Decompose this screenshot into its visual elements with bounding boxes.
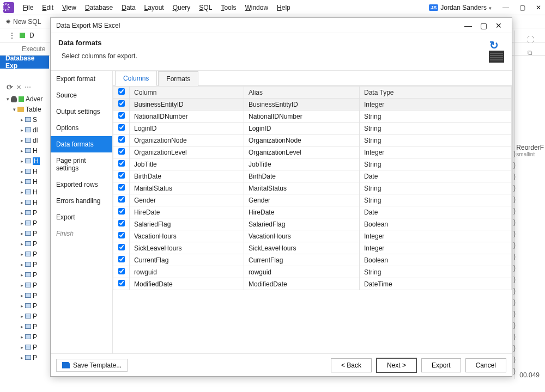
row-type[interactable]: Integer: [360, 146, 512, 158]
subtab-columns[interactable]: Columns: [115, 71, 157, 86]
more-icon[interactable]: ⋯: [25, 83, 31, 91]
row-checkbox[interactable]: [113, 134, 130, 146]
row-checkbox[interactable]: [113, 122, 130, 134]
table-row[interactable]: VacationHoursVacationHoursInteger: [113, 230, 512, 242]
row-alias[interactable]: VacationHours: [244, 230, 360, 242]
expand-icon[interactable]: ⛶: [527, 36, 534, 44]
menu-database[interactable]: Database: [81, 4, 117, 11]
row-alias[interactable]: BusinessEntityID: [244, 99, 360, 111]
wizard-step-output-settings[interactable]: Output settings: [51, 103, 112, 120]
row-checkbox[interactable]: [113, 99, 130, 111]
table-row[interactable]: OrganizationLevelOrganizationLevelIntege…: [113, 146, 512, 158]
row-checkbox[interactable]: [113, 146, 130, 158]
dialog-minimize-button[interactable]: —: [461, 21, 476, 30]
toolbar-icon[interactable]: ⋮: [9, 32, 15, 39]
close-button[interactable]: ✕: [535, 4, 542, 11]
dialog-maximize-button[interactable]: ▢: [476, 21, 491, 30]
menu-tools[interactable]: Tools: [216, 4, 240, 11]
row-column[interactable]: SalariedFlag: [130, 218, 244, 230]
wizard-step-data-formats[interactable]: Data formats: [51, 136, 112, 152]
wizard-step-source[interactable]: Source: [51, 87, 112, 103]
row-column[interactable]: JobTitle: [130, 158, 244, 170]
row-type[interactable]: String: [360, 111, 512, 122]
menu-window[interactable]: Window: [240, 4, 272, 11]
refresh-icon[interactable]: [7, 83, 13, 91]
row-checkbox[interactable]: [113, 230, 130, 242]
row-alias[interactable]: JobTitle: [244, 158, 360, 170]
table-row[interactable]: GenderGenderString: [113, 194, 512, 206]
header-alias[interactable]: Alias: [244, 87, 360, 99]
header-datatype[interactable]: Data Type: [360, 87, 512, 99]
cancel-button[interactable]: Cancel: [465, 358, 506, 372]
collapse-icon[interactable]: ⧉: [528, 49, 532, 57]
row-type[interactable]: String: [360, 182, 512, 194]
table-row[interactable]: HireDateHireDateDate: [113, 206, 512, 218]
table-row[interactable]: BusinessEntityIDBusinessEntityIDInteger: [113, 99, 512, 111]
row-checkbox[interactable]: [113, 266, 130, 278]
row-column[interactable]: SickLeaveHours: [130, 242, 244, 254]
wizard-step-page-print-settings[interactable]: Page print settings: [51, 152, 112, 176]
wizard-step-errors-handling[interactable]: Errors handling: [51, 193, 112, 209]
row-type[interactable]: Boolean: [360, 218, 512, 230]
row-column[interactable]: MaritalStatus: [130, 182, 244, 194]
row-column[interactable]: Gender: [130, 194, 244, 206]
row-alias[interactable]: OrganizationLevel: [244, 146, 360, 158]
table-row[interactable]: JobTitleJobTitleString: [113, 158, 512, 170]
object-tree[interactable]: ▾ Adver▾ Table▸ S▸ dl▸ dl▸ H▸ H▸ H▸ H▸ H…: [5, 94, 55, 363]
menu-view[interactable]: View: [58, 4, 81, 11]
row-checkbox[interactable]: [113, 182, 130, 194]
row-type[interactable]: Date: [360, 206, 512, 218]
execute-button[interactable]: Execute: [22, 45, 45, 53]
dialog-close-button[interactable]: ✕: [491, 21, 506, 30]
columns-table-wrap[interactable]: Column Alias Data Type BusinessEntityIDB…: [113, 86, 512, 353]
table-row[interactable]: rowguidrowguidString: [113, 266, 512, 278]
table-row[interactable]: ModifiedDateModifiedDateDateTime: [113, 278, 512, 290]
table-row[interactable]: NationalIDNumberNationalIDNumberString: [113, 111, 512, 122]
next-button[interactable]: Next >: [376, 358, 417, 373]
export-button[interactable]: Export: [421, 358, 461, 372]
row-column[interactable]: rowguid: [130, 266, 244, 278]
table-row[interactable]: SalariedFlagSalariedFlagBoolean: [113, 218, 512, 230]
subtab-formats[interactable]: Formats: [158, 71, 198, 86]
save-template-button[interactable]: Save Template...: [56, 359, 128, 372]
menu-edit[interactable]: Edit: [38, 4, 58, 11]
row-type[interactable]: String: [360, 122, 512, 134]
row-type[interactable]: Integer: [360, 242, 512, 254]
row-column[interactable]: CurrentFlag: [130, 254, 244, 266]
maximize-button[interactable]: ▢: [519, 4, 525, 11]
row-type[interactable]: Boolean: [360, 254, 512, 266]
row-alias[interactable]: SickLeaveHours: [244, 242, 360, 254]
row-alias[interactable]: Gender: [244, 194, 360, 206]
header-checkbox[interactable]: [113, 87, 130, 99]
row-checkbox[interactable]: [113, 242, 130, 254]
minimize-button[interactable]: —: [502, 4, 509, 11]
menu-file[interactable]: File: [19, 4, 38, 11]
menu-layout[interactable]: Layout: [140, 4, 168, 11]
row-checkbox[interactable]: [113, 158, 130, 170]
row-type[interactable]: String: [360, 266, 512, 278]
wizard-step-export-format[interactable]: Export format: [51, 71, 112, 87]
row-alias[interactable]: ModifiedDate: [244, 278, 360, 290]
row-checkbox[interactable]: [113, 194, 130, 206]
row-checkbox[interactable]: [113, 218, 130, 230]
row-checkbox[interactable]: [113, 278, 130, 290]
row-column[interactable]: OrganizationNode: [130, 134, 244, 146]
header-column[interactable]: Column: [130, 87, 244, 99]
table-row[interactable]: BirthDateBirthDateDate: [113, 170, 512, 182]
row-alias[interactable]: rowguid: [244, 266, 360, 278]
row-column[interactable]: BirthDate: [130, 170, 244, 182]
user-box[interactable]: JS Jordan Sanders: [429, 4, 492, 11]
menu-data[interactable]: Data: [117, 4, 140, 11]
table-row[interactable]: LoginIDLoginIDString: [113, 122, 512, 134]
row-alias[interactable]: NationalIDNumber: [244, 111, 360, 122]
table-row[interactable]: OrganizationNodeOrganizationNodeString: [113, 134, 512, 146]
table-row[interactable]: CurrentFlagCurrentFlagBoolean: [113, 254, 512, 266]
row-column[interactable]: ModifiedDate: [130, 278, 244, 290]
clear-icon[interactable]: [16, 83, 21, 91]
row-checkbox[interactable]: [113, 254, 130, 266]
row-alias[interactable]: LoginID: [244, 122, 360, 134]
row-column[interactable]: OrganizationLevel: [130, 146, 244, 158]
row-alias[interactable]: OrganizationNode: [244, 134, 360, 146]
wizard-step-export[interactable]: Export: [51, 209, 112, 225]
row-alias[interactable]: BirthDate: [244, 170, 360, 182]
